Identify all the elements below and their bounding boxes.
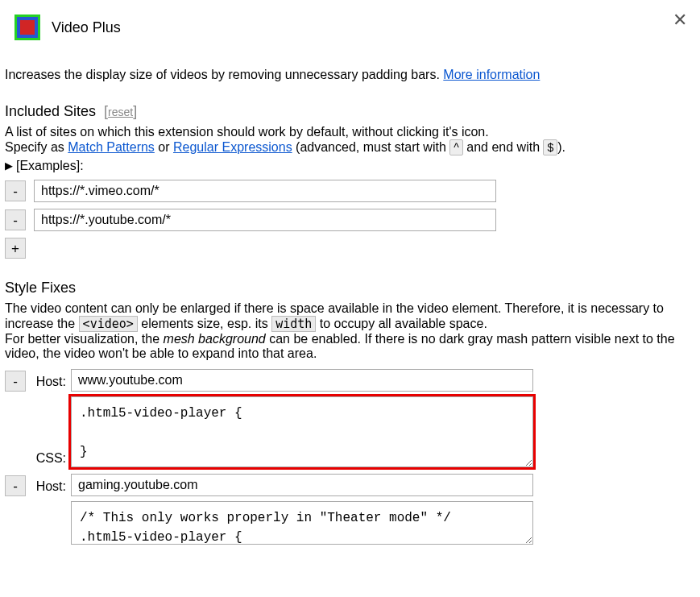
host-input[interactable] — [71, 474, 533, 496]
host-label: Host: — [34, 371, 71, 389]
style-entry: - Host: CSS: — [5, 369, 695, 467]
app-logo — [14, 15, 40, 40]
site-url-input[interactable] — [34, 209, 496, 231]
site-url-input[interactable] — [34, 180, 496, 202]
css-label — [34, 543, 71, 545]
add-site-row: + — [5, 238, 695, 259]
remove-style-button[interactable]: - — [5, 475, 26, 496]
host-label: Host: — [34, 476, 71, 494]
triangle-right-icon: ▶ — [5, 160, 13, 172]
style-entry: - Host: — [5, 474, 695, 545]
dialog-header: Video Plus ✕ — [0, 0, 700, 47]
included-sites-heading: Included Sites [reset] — [5, 103, 695, 120]
match-patterns-link[interactable]: Match Patterns — [68, 140, 155, 154]
included-desc2: Specify as Match Patterns or Regular Exp… — [5, 139, 695, 155]
caret-key: ^ — [449, 139, 463, 155]
host-input[interactable] — [71, 369, 533, 392]
included-desc1: A list of sites on which this extension … — [5, 125, 695, 139]
dialog-content: Increases the display size of videos by … — [0, 47, 700, 549]
stylefixes-p1: The video content can only be enlarged i… — [5, 301, 695, 332]
close-icon[interactable]: ✕ — [673, 11, 687, 29]
examples-toggle[interactable]: ▶[Examples]: — [5, 159, 695, 173]
regex-link[interactable]: Regular Expressions — [173, 140, 292, 154]
add-site-button[interactable]: + — [5, 238, 26, 259]
css-label: CSS: — [34, 451, 71, 467]
app-title: Video Plus — [52, 19, 121, 36]
site-row: - — [5, 209, 695, 231]
intro-text: Increases the display size of videos by … — [5, 68, 695, 82]
remove-site-button[interactable]: - — [5, 180, 26, 201]
style-fixes-heading: Style Fixes — [5, 280, 695, 296]
site-row: - — [5, 180, 695, 202]
remove-site-button[interactable]: - — [5, 209, 26, 230]
stylefixes-p2: For better visualization, the mesh backg… — [5, 332, 695, 361]
remove-style-button[interactable]: - — [5, 371, 26, 392]
css-textarea[interactable] — [71, 396, 533, 467]
css-textarea[interactable] — [71, 501, 533, 545]
dollar-key: $ — [543, 139, 557, 155]
video-tag-chip: <video> — [79, 316, 138, 332]
more-info-link[interactable]: More information — [443, 68, 540, 81]
reset-link[interactable]: reset — [108, 106, 133, 118]
width-chip: width — [271, 316, 316, 332]
